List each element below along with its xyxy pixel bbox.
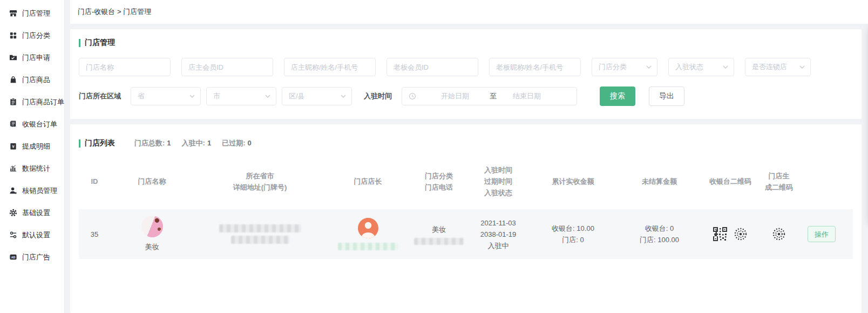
miniprogram-code-icon[interactable] [772,227,786,241]
sidebar-item-store-application[interactable]: 门店申请 [0,46,64,69]
sidebar-item-data-statistics[interactable]: 数据统计 [0,157,64,179]
province-select[interactable]: 省 [131,87,201,105]
svg-text:¥: ¥ [12,144,15,149]
breadcrumb: 门店-收银台 > 门店管理 [70,0,868,24]
col-unsettled-amount: 未结算金额 [618,176,701,187]
title-accent-bar [79,39,80,47]
chevron-down-icon [723,65,728,69]
chevron-down-icon [646,65,652,69]
list-title: 门店列表 [85,138,115,148]
stat-active: 入驻中:1 [182,138,212,148]
storefront-icon [9,9,17,17]
store-table: ID 门店名称 所在省市详细地址(门牌号) 门店店长 门店分类门店电话 入驻时间… [79,164,853,259]
sidebar-item-label: 门店广告 [22,252,50,262]
cell-dates: 2021-11-03 2038-01-19 入驻中 [468,217,528,251]
search-button[interactable]: 搜索 [600,86,635,106]
sidebar-item-label: 门店商品 [22,75,50,85]
boss-nickname-input[interactable] [489,58,581,76]
settle-status-select[interactable]: 入驻状态 [668,58,734,76]
person-avatar-icon [358,218,378,238]
col-store-qr: 门店生成二维码 [760,170,798,193]
redacted-manager-name [338,243,398,250]
sidebar-item-label: 默认设置 [22,230,50,240]
sidebar-item-label: 门店管理 [22,9,50,18]
unsettled-cashier: 收银台: 0 [645,223,674,234]
redacted-phone [414,238,464,245]
select-placeholder: 省 [138,91,145,101]
grid-icon [9,31,17,39]
unsettled-store: 门店: 100.00 [640,234,679,245]
svg-text:AD: AD [11,256,16,259]
table-header-row: ID 门店名称 所在省市详细地址(门牌号) 门店店长 门店分类门店电话 入驻时间… [79,164,853,198]
qr-code-icon[interactable] [713,227,727,241]
list-title-wrap: 门店列表 [79,138,115,148]
sidebar-item-cashier-orders[interactable]: 收银台订单 [0,113,64,135]
col-manager: 门店店长 [326,176,410,187]
filter-row-2: 门店所在区域 省 市 区/县 入驻时间 开始日期 至 [79,86,853,106]
region-label: 门店所在区域 [79,91,121,101]
boss-member-id-input[interactable] [386,58,478,76]
sidebar-item-label: 核销员管理 [22,186,57,196]
gear-icon [9,209,17,217]
store-list-card: 门店列表 门店总数:1 入驻中:1 已过期:0 ID 门店名称 所在省市详细地址… [70,124,862,313]
store-avatar [141,216,163,237]
select-placeholder: 入驻状态 [675,62,703,72]
owner-member-id-input[interactable] [181,58,273,76]
enter-time-label: 入驻时间 [364,91,392,101]
ad-badge-icon: AD [9,253,17,261]
chevron-down-icon [799,65,805,69]
col-store-name: 门店名称 [110,176,194,187]
district-select[interactable]: 区/县 [282,87,352,105]
owner-nickname-input[interactable] [284,58,376,76]
sidebar-item-store-management[interactable]: 门店管理 [0,2,64,24]
city-select[interactable]: 市 [206,87,276,105]
title-accent-bar [79,139,80,148]
cell-store-qr [760,227,798,241]
col-id: ID [79,176,110,187]
chevron-down-icon [189,95,195,98]
date-range-picker[interactable]: 开始日期 至 结束日期 [402,87,577,105]
sidebar-item-store-goods[interactable]: 门店商品 [0,69,64,91]
received-cashier: 收银台: 10.00 [552,223,594,234]
expire-date: 2038-01-19 [480,229,517,240]
status-text: 入驻中 [488,240,509,251]
select-placeholder: 门店分类 [599,62,627,72]
sidebar-item-basic-settings[interactable]: 基础设置 [0,202,64,224]
shopping-bag-icon [9,76,17,84]
folder-check-icon [9,54,17,62]
sidebar-item-store-category[interactable]: 门店分类 [0,24,64,46]
cell-action: 操作 [798,226,845,242]
sidebar-item-default-settings[interactable]: 默认设置 [0,224,64,246]
sidebar-item-label: 门店申请 [22,53,50,63]
table-row: 35 美妆 [79,209,853,259]
filter-row-1: 门店分类 入驻状态 是否连锁店 [79,58,853,76]
person-icon [9,187,17,195]
cell-id: 35 [79,229,110,240]
export-button[interactable]: 导出 [649,86,684,106]
filter-card: 门店管理 门店分类 入驻状态 是否连锁店 [70,29,862,119]
start-date-placeholder: 开始日期 [441,91,469,101]
main-area: 门店-收银台 > 门店管理 门店管理 门店分类 入驻状态 [65,0,868,313]
sidebar-item-verifier-management[interactable]: 核销员管理 [0,179,64,202]
clipboard-icon [9,98,17,106]
category-text: 美妆 [432,224,446,235]
select-placeholder: 区/县 [289,91,305,101]
cell-cashier-qr [701,227,760,241]
sidebar-item-commission-detail[interactable]: ¥ 提成明细 [0,135,64,157]
clock-icon [409,92,416,100]
sidebar-item-store-ads[interactable]: AD 门店广告 [0,246,64,268]
sliders-icon [9,231,17,239]
action-button[interactable]: 操作 [808,226,836,242]
list-header: 门店列表 门店总数:1 入驻中:1 已过期:0 [79,138,853,148]
stat-total: 门店总数:1 [134,138,171,148]
chain-store-select[interactable]: 是否连锁店 [745,58,811,76]
sidebar-item-store-goods-orders[interactable]: 门店商品订单 [0,91,64,113]
store-stats: 门店总数:1 入驻中:1 已过期:0 [134,138,252,148]
sidebar-item-label: 门店商品订单 [22,97,64,107]
sidebar-item-label: 提成明细 [22,142,50,151]
store-name-input[interactable] [79,58,171,76]
enter-date: 2021-11-03 [480,217,516,229]
miniprogram-code-icon[interactable] [734,227,748,241]
store-category-select[interactable]: 门店分类 [592,58,657,76]
sidebar-item-label: 基础设置 [22,208,50,218]
